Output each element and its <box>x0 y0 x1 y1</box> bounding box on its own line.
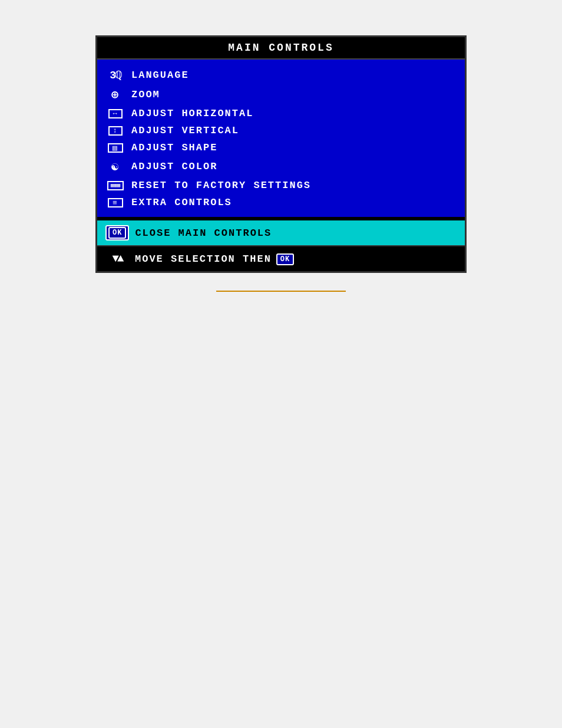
extra-controls-label: EXTRA CONTROLS <box>131 197 232 208</box>
language-icon: 3ℚ <box>105 68 125 81</box>
close-main-controls-button[interactable]: OK CLOSE MAIN CONTROLS <box>97 220 465 245</box>
menu-item-language[interactable]: 3ℚ LANGUAGE <box>97 65 465 84</box>
close-main-controls-label: CLOSE MAIN CONTROLS <box>135 228 272 239</box>
adjust-shape-label: ADJUST SHAPE <box>131 142 217 153</box>
horizontal-icon: ↔ <box>105 109 125 118</box>
menu-item-zoom[interactable]: ⊕ ZOOM <box>97 84 465 105</box>
vertical-icon: ↕ <box>105 126 125 136</box>
monitor-container: MAIN CONTROLS 3ℚ LANGUAGE ⊕ ZOOM ↔ ADJUS… <box>95 35 467 292</box>
shape-icon: ▤ <box>105 143 125 153</box>
language-label: LANGUAGE <box>131 70 189 81</box>
ok-badge-bottom: OK <box>276 253 294 265</box>
menu-item-adjust-horizontal[interactable]: ↔ ADJUST HORIZONTAL <box>97 105 465 122</box>
reset-factory-label: RESET TO FACTORY SETTINGS <box>131 180 311 191</box>
move-selection-label: MOVE SELECTION THEN <box>135 253 272 265</box>
adjust-vertical-label: ADJUST VERTICAL <box>131 125 239 136</box>
zoom-icon: ⊕ <box>105 87 125 102</box>
factory-icon: ▦▦▦ <box>105 181 125 190</box>
title-bar: MAIN CONTROLS <box>97 37 465 60</box>
adjust-color-label: ADJUST COLOR <box>131 161 217 172</box>
bottom-bar: ▼▲ MOVE SELECTION THEN OK <box>97 245 465 271</box>
menu-item-adjust-color[interactable]: ☯ ADJUST COLOR <box>97 156 465 177</box>
updown-icon: ▼▲ <box>105 252 129 265</box>
color-icon: ☯ <box>105 159 125 174</box>
zoom-label: ZOOM <box>131 89 160 100</box>
menu-area: 3ℚ LANGUAGE ⊕ ZOOM ↔ ADJUST HORIZONTAL ↕ <box>97 60 465 217</box>
extra-icon: ≡ <box>105 198 125 207</box>
adjust-horizontal-label: ADJUST HORIZONTAL <box>131 108 253 119</box>
menu-item-adjust-vertical[interactable]: ↕ ADJUST VERTICAL <box>97 122 465 139</box>
menu-item-adjust-shape[interactable]: ▤ ADJUST SHAPE <box>97 139 465 156</box>
menu-item-extra-controls[interactable]: ≡ EXTRA CONTROLS <box>97 194 465 211</box>
decorative-divider <box>216 291 346 292</box>
menu-item-reset-factory[interactable]: ▦▦▦ RESET TO FACTORY SETTINGS <box>97 177 465 194</box>
ok-icon-close: OK <box>105 225 129 241</box>
